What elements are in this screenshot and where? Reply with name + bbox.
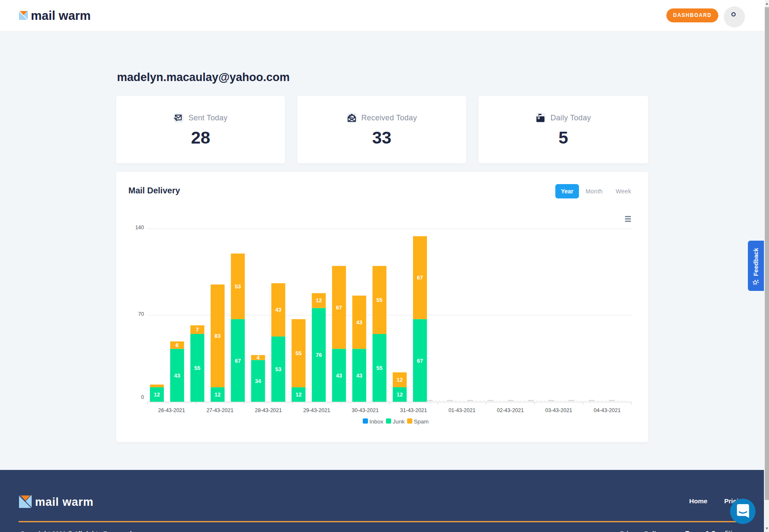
svg-text:34: 34: [255, 378, 261, 384]
svg-text:12: 12: [316, 297, 322, 304]
svg-text:83: 83: [215, 333, 220, 339]
svg-text:30-43-2021: 30-43-2021: [352, 407, 379, 413]
svg-text:12: 12: [397, 391, 402, 398]
svg-text:67: 67: [336, 304, 342, 311]
svg-text:12: 12: [296, 391, 302, 398]
svg-text:55: 55: [376, 365, 382, 371]
svg-text:03-43-2021: 03-43-2021: [545, 407, 572, 413]
svg-text:Junk: Junk: [393, 418, 405, 425]
svg-text:55: 55: [194, 365, 200, 371]
svg-text:43: 43: [356, 319, 362, 326]
svg-text:43: 43: [174, 372, 180, 379]
svg-text:55: 55: [296, 350, 302, 356]
svg-text:67: 67: [235, 358, 241, 364]
svg-text:70: 70: [138, 311, 144, 317]
svg-text:7: 7: [196, 326, 199, 333]
svg-text:43: 43: [336, 372, 342, 379]
svg-text:12: 12: [397, 377, 402, 383]
svg-text:67: 67: [417, 274, 423, 281]
svg-text:6: 6: [176, 342, 179, 348]
svg-text:53: 53: [275, 366, 281, 372]
svg-text:Inbox: Inbox: [370, 418, 383, 425]
svg-text:55: 55: [376, 297, 382, 303]
svg-text:12: 12: [215, 391, 220, 398]
svg-text:67: 67: [417, 358, 423, 364]
svg-text:29-43-2021: 29-43-2021: [303, 407, 330, 413]
svg-text:28-43-2021: 28-43-2021: [255, 407, 282, 413]
svg-text:04-43-2021: 04-43-2021: [594, 407, 621, 413]
svg-text:27-43-2021: 27-43-2021: [207, 407, 234, 413]
svg-text:140: 140: [135, 225, 144, 231]
svg-text:31-43-2021: 31-43-2021: [400, 407, 427, 413]
svg-text:Spam: Spam: [414, 418, 429, 425]
svg-text:12: 12: [154, 391, 160, 398]
svg-text:43: 43: [275, 307, 281, 313]
svg-text:02-43-2021: 02-43-2021: [497, 407, 524, 413]
svg-text:0: 0: [141, 394, 144, 400]
svg-text:43: 43: [356, 372, 362, 379]
svg-text:53: 53: [235, 283, 241, 290]
svg-text:26-43-2021: 26-43-2021: [158, 407, 185, 413]
svg-text:4: 4: [256, 354, 260, 361]
svg-text:01-43-2021: 01-43-2021: [448, 407, 476, 413]
svg-text:76: 76: [316, 352, 322, 358]
